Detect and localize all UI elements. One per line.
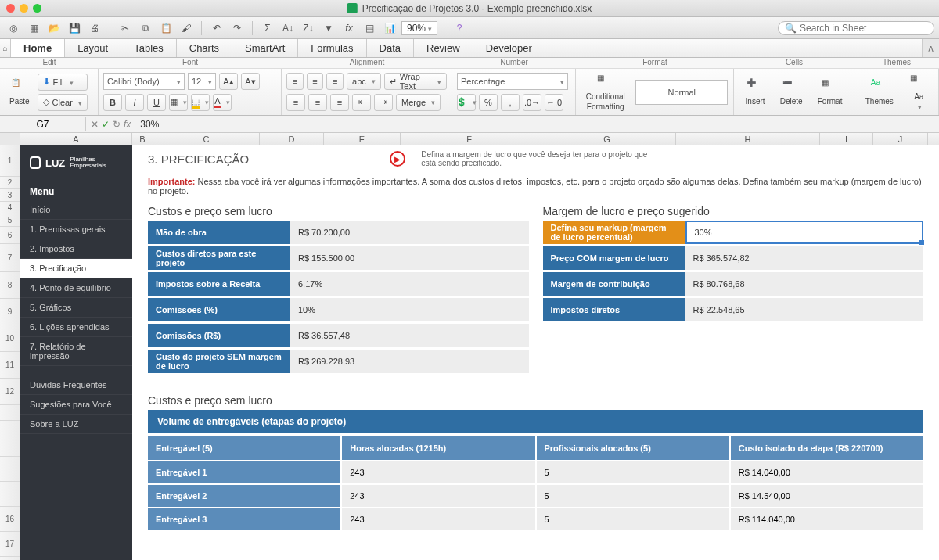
tab-data[interactable]: Data [367,39,414,57]
decrease-font-icon[interactable]: A▾ [241,73,260,90]
copy-icon[interactable]: ⧉ [137,20,154,37]
sidebar-item-sugestoes[interactable]: Sugestões para Você [20,395,132,415]
row-header[interactable]: 12 [0,379,20,405]
align-top-icon[interactable]: ≡ [286,73,304,90]
sort-asc-icon[interactable]: A↓ [279,20,297,37]
col-header-j[interactable]: J [873,133,928,145]
cut-icon[interactable]: ✂ [117,20,134,37]
format-painter-icon[interactable]: 🖌 [178,20,195,37]
row-header[interactable] [0,405,20,421]
row-header[interactable]: 10 [0,325,20,352]
table-row[interactable]: Custo do projeto SEM margem de lucroR$ 2… [148,350,529,373]
row-header[interactable]: 5 [0,214,20,227]
name-box[interactable]: G7 [0,117,86,131]
row-header[interactable]: 8 [0,272,20,299]
deliverable-row[interactable]: Entregável 12435R$ 14.040,00 [148,461,923,483]
col-header-b[interactable]: B [132,133,153,145]
tab-home[interactable]: Home [11,39,65,57]
sidebar-item-inicio[interactable]: Início [20,200,132,220]
tab-charts[interactable]: Charts [177,39,232,57]
tab-layout[interactable]: Layout [65,39,121,57]
col-header-i[interactable]: I [820,133,873,145]
row-header[interactable]: 9 [0,299,20,325]
indent-decrease-icon[interactable]: ⇤ [352,94,371,111]
col-header-a[interactable]: A [20,133,132,145]
undo-icon[interactable]: ↶ [208,20,225,37]
paste-button[interactable]: 📋 Paste [5,77,34,107]
font-size-select[interactable]: 12 [188,73,216,90]
sidebar-item-premissas[interactable]: 1. Premissas gerais [20,220,132,239]
autosum-icon[interactable]: Σ [259,20,276,37]
row-header[interactable]: 2 [0,177,20,189]
borders-button[interactable]: ▦ [169,94,188,111]
comma-button[interactable]: , [501,94,520,111]
table-row[interactable]: Comissões (R$)R$ 36.557,48 [148,324,529,347]
sidebar-item-relatorio[interactable]: 7. Relatório de impressão [20,337,132,366]
fx-label[interactable]: fx [124,119,131,130]
underline-button[interactable]: U [147,94,166,111]
col-header-c[interactable]: C [153,133,260,145]
currency-button[interactable]: 💲 [457,94,476,111]
row-header[interactable]: 16 [0,507,20,532]
fill-color-button[interactable]: ⬚ [191,94,210,111]
search-box[interactable]: 🔍 [778,21,934,35]
maximize-window-button[interactable] [33,4,41,13]
row-header[interactable]: 1 [0,145,20,177]
align-left-icon[interactable]: ≡ [286,94,305,111]
row-header[interactable]: 6 [0,227,20,244]
row-header[interactable] [0,436,20,457]
deliverable-row[interactable]: Entregável 22435R$ 14.540,00 [148,485,923,507]
chart-icon[interactable]: 📊 [381,20,398,37]
tab-review[interactable]: Review [414,39,473,57]
paste-icon[interactable]: 📋 [157,20,174,37]
col-header-f[interactable]: F [401,133,538,145]
row-header[interactable] [0,457,20,482]
zoom-selector[interactable]: 90% [401,21,437,35]
print-icon[interactable]: 🖨 [86,20,103,37]
filter-icon[interactable]: ▼ [320,20,337,37]
help-icon[interactable]: ? [451,20,468,37]
conditional-formatting-button[interactable]: ▦ Conditional Formatting [581,72,630,113]
table-row[interactable]: Impostos diretosR$ 22.548,65 [543,298,924,321]
fx-icon[interactable]: fx [340,20,358,37]
row-header[interactable]: 3 [0,189,20,202]
row-header[interactable]: 7 [0,244,20,272]
table-icon[interactable]: ▤ [361,20,378,37]
fill-button[interactable]: ⬇Fill [38,74,88,91]
table-row[interactable]: Defina seu markup (margem de lucro perce… [543,221,924,244]
tab-home-icon[interactable]: ⌂ [0,39,11,57]
row-header[interactable]: 18 [0,557,20,560]
row-header[interactable]: 11 [0,352,20,379]
theme-colors-button[interactable]: ▦Aa [905,72,932,113]
delete-cells-button[interactable]: ➖Delete [775,77,808,107]
align-center-icon[interactable]: ≡ [308,94,327,111]
sidebar-item-duvidas[interactable]: Dúvidas Frequentes [20,375,132,395]
indent-increase-icon[interactable]: ⇥ [374,94,393,111]
app-menu-icon[interactable]: ◎ [5,20,22,37]
row-headers[interactable]: 1 2 3 4 5 6 7 8 9 10 11 12 16 17 18 [0,145,20,560]
sidebar-item-precificacao[interactable]: 3. Precificação [20,259,132,278]
deliverable-row[interactable]: Entregável 32435R$ 114.040,00 [148,508,923,530]
col-header-d[interactable]: D [260,133,324,145]
close-window-button[interactable] [6,4,15,13]
recent-formula-icon[interactable]: ↻ [113,119,121,130]
increase-font-icon[interactable]: A▴ [219,73,238,90]
row-header[interactable]: 4 [0,202,20,214]
sidebar-item-sobre[interactable]: Sobre a LUZ [20,415,132,434]
select-all-corner[interactable] [0,133,20,145]
orientation-button[interactable]: abc [347,73,381,90]
align-middle-icon[interactable]: ≡ [307,73,324,90]
formula-input[interactable]: 30% [135,119,939,130]
table-row[interactable]: Mão de obraR$ 70.200,00 [148,221,529,244]
sidebar-item-impostos[interactable]: 2. Impostos [20,239,132,259]
sidebar-item-ponto-equilibrio[interactable]: 4. Ponto de equilíbrio [20,278,132,298]
sidebar-item-graficos[interactable]: 5. Gráficos [20,298,132,318]
tab-tables[interactable]: Tables [121,39,177,57]
table-row[interactable]: Preço COM margem de lucroR$ 365.574,82 [543,246,924,270]
confirm-formula-icon[interactable]: ✓ [102,119,110,130]
column-headers[interactable]: A B C D E F G H I J [0,133,939,145]
cancel-formula-icon[interactable]: ✕ [91,119,99,130]
row-value[interactable]: 30% [685,221,924,244]
insert-cells-button[interactable]: ➕Insert [741,77,770,107]
percent-button[interactable]: % [479,94,498,111]
